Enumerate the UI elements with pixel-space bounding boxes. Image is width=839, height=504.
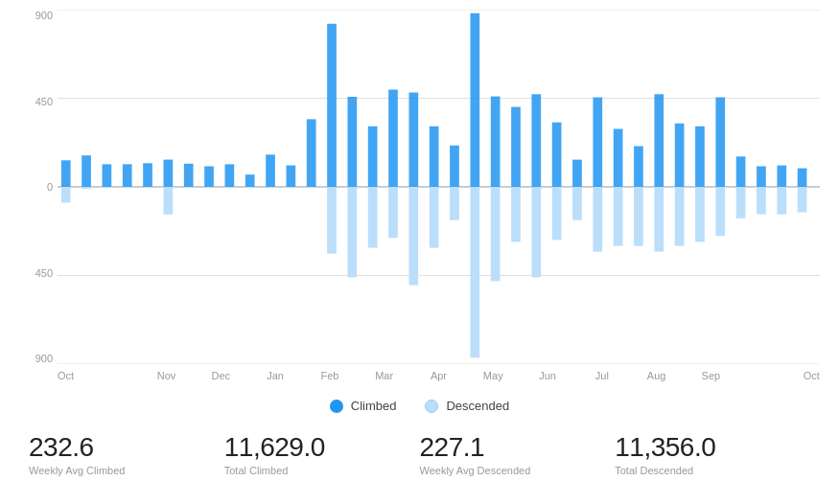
svg-rect-56 [572, 187, 582, 220]
svg-rect-35 [368, 126, 378, 187]
x-label-sep: Sep [684, 370, 738, 381]
x-label-feb: Feb [303, 370, 358, 381]
x-label-may: May [466, 370, 521, 381]
svg-rect-27 [287, 166, 296, 187]
svg-rect-42 [430, 187, 439, 248]
svg-rect-30 [307, 187, 316, 188]
svg-rect-13 [143, 163, 152, 187]
y-label-0: 0 [14, 181, 53, 193]
svg-rect-41 [430, 126, 439, 187]
svg-rect-44 [450, 187, 459, 220]
stat-total-climbed: 11,629.0 Total Climbed [224, 432, 420, 476]
svg-rect-20 [204, 187, 214, 188]
x-label-mar: Mar [357, 370, 411, 381]
svg-rect-11 [123, 164, 132, 187]
legend: Climbed Descended [10, 399, 829, 413]
svg-rect-61 [634, 147, 643, 188]
stat-label-wac: Weekly Avg Climbed [29, 465, 224, 476]
svg-rect-32 [327, 187, 337, 254]
y-label-900-top: 900 [14, 10, 53, 21]
svg-rect-60 [614, 187, 623, 246]
svg-rect-54 [552, 187, 562, 240]
descended-dot [425, 400, 438, 413]
svg-rect-12 [123, 187, 132, 188]
svg-rect-28 [287, 187, 296, 188]
stat-value-td: 11,356.0 [615, 432, 810, 463]
svg-rect-73 [757, 167, 766, 188]
svg-rect-48 [491, 187, 501, 281]
svg-rect-71 [736, 156, 746, 187]
stat-total-descended: 11,356.0 Total Descended [615, 432, 810, 476]
x-label-jun: Jun [521, 370, 575, 381]
stat-value-wac: 232.6 [29, 432, 224, 463]
svg-rect-24 [245, 187, 255, 188]
x-label-nov: Nov [139, 370, 194, 381]
svg-rect-26 [266, 187, 275, 188]
svg-rect-58 [593, 187, 602, 252]
svg-rect-75 [777, 166, 786, 187]
svg-rect-45 [470, 13, 479, 187]
svg-rect-66 [675, 187, 685, 246]
svg-rect-22 [225, 187, 235, 188]
legend-climbed: Climbed [330, 399, 397, 413]
svg-rect-38 [388, 187, 398, 238]
svg-rect-6 [61, 187, 71, 202]
svg-rect-77 [798, 169, 807, 187]
svg-rect-14 [143, 187, 152, 188]
svg-rect-69 [715, 98, 725, 187]
y-label-450-bot: 450 [14, 267, 53, 279]
x-label-jul: Jul [574, 370, 629, 381]
svg-rect-5 [61, 160, 71, 187]
stat-label-tc: Total Climbed [224, 465, 420, 476]
svg-rect-59 [614, 129, 623, 188]
x-label-aug: Aug [629, 370, 684, 381]
stats-row: 232.6 Weekly Avg Climbed 11,629.0 Total … [10, 432, 829, 476]
svg-rect-64 [654, 187, 664, 252]
svg-rect-25 [266, 154, 275, 187]
svg-rect-72 [736, 187, 746, 218]
svg-rect-9 [103, 164, 112, 187]
x-label-apr: Apr [411, 370, 466, 381]
svg-rect-40 [408, 187, 418, 286]
svg-rect-31 [327, 24, 337, 187]
svg-rect-51 [531, 94, 541, 187]
stat-value-wad: 227.1 [420, 432, 616, 463]
svg-rect-21 [225, 164, 235, 187]
climbed-dot [330, 400, 343, 413]
y-axis: 900 450 0 450 900 [14, 10, 53, 364]
svg-rect-10 [103, 187, 112, 188]
svg-rect-8 [82, 187, 91, 189]
y-label-900-bot: 900 [14, 353, 53, 364]
svg-rect-18 [184, 187, 194, 188]
x-label-dec: Dec [194, 370, 248, 381]
svg-rect-57 [593, 98, 602, 187]
x-axis: Oct Nov Dec Jan Feb Mar Apr May Jun Jul … [58, 370, 820, 381]
x-label-oct2: Oct [738, 370, 820, 381]
stat-label-wad: Weekly Avg Descended [420, 465, 616, 476]
svg-rect-33 [347, 97, 357, 187]
svg-rect-37 [388, 90, 398, 188]
svg-rect-55 [572, 160, 582, 187]
svg-rect-70 [715, 187, 725, 236]
chart-svg [58, 10, 820, 364]
svg-rect-53 [552, 123, 562, 187]
svg-rect-74 [757, 187, 766, 215]
svg-rect-67 [695, 126, 705, 187]
svg-rect-43 [450, 146, 459, 187]
svg-rect-68 [695, 187, 705, 241]
climbed-label: Climbed [351, 399, 397, 413]
svg-rect-39 [408, 93, 418, 188]
svg-rect-7 [82, 155, 91, 187]
svg-rect-50 [511, 187, 521, 241]
svg-rect-49 [511, 107, 521, 187]
svg-rect-52 [531, 187, 541, 277]
descended-label: Descended [446, 399, 509, 413]
svg-rect-62 [634, 187, 643, 246]
svg-rect-65 [675, 124, 685, 187]
x-label-oct1: Oct [58, 370, 139, 381]
stat-weekly-avg-climbed: 232.6 Weekly Avg Climbed [29, 432, 224, 476]
svg-rect-76 [777, 187, 786, 215]
svg-rect-36 [368, 187, 378, 248]
svg-rect-23 [245, 174, 255, 187]
stat-value-tc: 11,629.0 [224, 432, 420, 463]
